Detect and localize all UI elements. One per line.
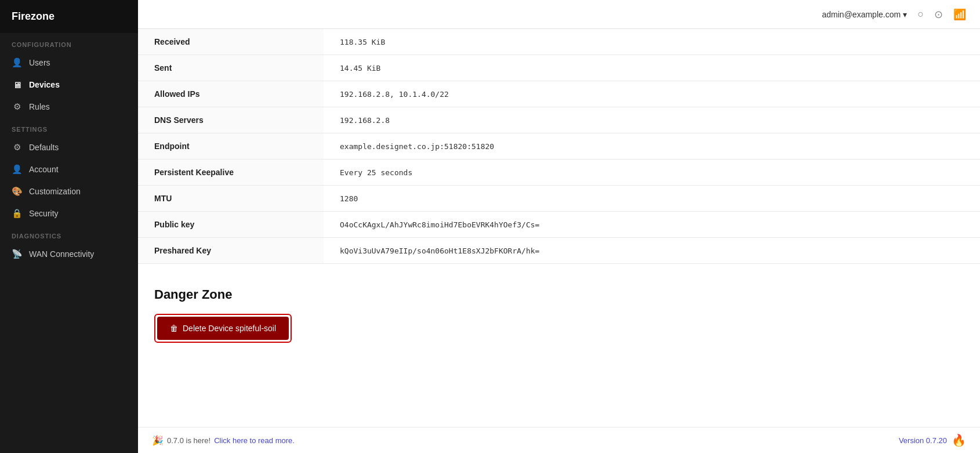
table-row: Allowed IPs 192.168.2.8, 10.1.4.0/22 <box>138 81 980 107</box>
row-value: O4oCcKAgxL/AhJYwRc8imoiHd7EboEVRK4hYOef3… <box>324 212 980 238</box>
trash-icon: 🗑 <box>170 324 178 333</box>
sidebar-item-users-label: Users <box>29 58 50 67</box>
configuration-section-label: CONFIGURATION <box>0 33 138 52</box>
sidebar-item-customization-label: Customization <box>29 187 81 196</box>
table-row: Endpoint example.designet.co.jp:51820:51… <box>138 133 980 160</box>
diagnostics-section-label: DIAGNOSTICS <box>0 224 138 243</box>
help-icon[interactable]: ⊙ <box>934 8 943 21</box>
version-label: Version 0.7.20 <box>899 436 947 445</box>
table-row: MTU 1280 <box>138 186 980 212</box>
rules-icon: ⚙ <box>12 102 22 112</box>
row-label: Sent <box>138 55 324 81</box>
party-icon: 🎉 <box>152 435 164 446</box>
delete-button-label: Delete Device spiteful-soil <box>183 324 276 333</box>
row-label: Public key <box>138 212 324 238</box>
sidebar-item-account[interactable]: 👤 Account <box>0 158 138 180</box>
app-logo: Firezone <box>0 0 138 33</box>
table-row: Received 118.35 KiB <box>138 29 980 55</box>
user-email: admin@example.com <box>822 10 901 19</box>
sidebar-item-account-label: Account <box>29 165 59 174</box>
users-icon: 👤 <box>12 57 22 68</box>
sidebar: Firezone CONFIGURATION 👤 Users 🖥 Devices… <box>0 0 138 453</box>
table-row: DNS Servers 192.168.2.8 <box>138 107 980 133</box>
sidebar-item-wan-label: WAN Connectivity <box>29 249 94 259</box>
sidebar-item-defaults-label: Defaults <box>29 143 59 152</box>
user-menu[interactable]: admin@example.com ▾ <box>822 10 908 19</box>
sidebar-item-security-label: Security <box>29 209 59 218</box>
sidebar-item-wan-connectivity[interactable]: 📡 WAN Connectivity <box>0 243 138 265</box>
danger-zone-section: Danger Zone 🗑 Delete Device spiteful-soi… <box>138 264 980 360</box>
row-value: 192.168.2.8 <box>324 107 980 133</box>
customization-icon: 🎨 <box>12 186 22 197</box>
row-value: 118.35 KiB <box>324 29 980 55</box>
sidebar-item-rules-label: Rules <box>29 102 50 111</box>
circle-icon[interactable]: ○ <box>917 8 924 20</box>
defaults-icon: ⚙ <box>12 142 22 153</box>
content-area: Received 118.35 KiB Sent 14.45 KiB Allow… <box>138 29 980 427</box>
wifi-icon[interactable]: 📶 <box>953 8 966 21</box>
main-content: admin@example.com ▾ ○ ⊙ 📶 Received 118.3… <box>138 0 980 453</box>
danger-zone-title: Danger Zone <box>154 287 964 302</box>
wan-icon: 📡 <box>12 249 22 259</box>
sidebar-item-security[interactable]: 🔒 Security <box>0 202 138 224</box>
row-label: Endpoint <box>138 133 324 160</box>
row-value: example.designet.co.jp:51820:51820 <box>324 133 980 160</box>
table-row: Preshared Key kQoVi3uUvA79eIIp/so4n06oHt… <box>138 238 980 264</box>
row-value: 14.45 KiB <box>324 55 980 81</box>
device-info-table: Received 118.35 KiB Sent 14.45 KiB Allow… <box>138 29 980 264</box>
sidebar-item-users[interactable]: 👤 Users <box>0 52 138 74</box>
delete-device-button[interactable]: 🗑 Delete Device spiteful-soil <box>157 317 289 340</box>
sidebar-item-devices-label: Devices <box>29 80 60 89</box>
row-label: Allowed IPs <box>138 81 324 107</box>
read-more-link[interactable]: Click here to read more. <box>214 436 295 445</box>
row-value: kQoVi3uUvA79eIIp/so4n06oHt1E8sXJ2bFKORrA… <box>324 238 980 264</box>
table-row: Sent 14.45 KiB <box>138 55 980 81</box>
row-label: MTU <box>138 186 324 212</box>
footer-announcement: 🎉 0.7.0 is here! Click here to read more… <box>152 435 295 446</box>
footer-version-area: Version 0.7.20 🔥 <box>899 433 966 447</box>
settings-section-label: SETTINGS <box>0 118 138 136</box>
row-value: Every 25 seconds <box>324 160 980 186</box>
table-row: Persistent Keepalive Every 25 seconds <box>138 160 980 186</box>
row-label: Received <box>138 29 324 55</box>
row-label: Preshared Key <box>138 238 324 264</box>
flame-icon: 🔥 <box>952 433 966 447</box>
topbar: admin@example.com ▾ ○ ⊙ 📶 <box>138 0 980 29</box>
sidebar-item-devices[interactable]: 🖥 Devices <box>0 74 138 96</box>
sidebar-item-rules[interactable]: ⚙ Rules <box>0 96 138 118</box>
row-label: DNS Servers <box>138 107 324 133</box>
account-icon: 👤 <box>12 164 22 175</box>
delete-button-wrapper: 🗑 Delete Device spiteful-soil <box>154 314 292 343</box>
sidebar-item-customization[interactable]: 🎨 Customization <box>0 180 138 202</box>
footer: 🎉 0.7.0 is here! Click here to read more… <box>138 427 980 453</box>
security-icon: 🔒 <box>12 208 22 219</box>
announcement-text: 0.7.0 is here! <box>167 436 210 445</box>
devices-icon: 🖥 <box>12 79 22 90</box>
chevron-down-icon: ▾ <box>903 10 907 19</box>
row-value: 1280 <box>324 186 980 212</box>
row-label: Persistent Keepalive <box>138 160 324 186</box>
row-value: 192.168.2.8, 10.1.4.0/22 <box>324 81 980 107</box>
sidebar-item-defaults[interactable]: ⚙ Defaults <box>0 136 138 158</box>
table-row: Public key O4oCcKAgxL/AhJYwRc8imoiHd7Ebo… <box>138 212 980 238</box>
